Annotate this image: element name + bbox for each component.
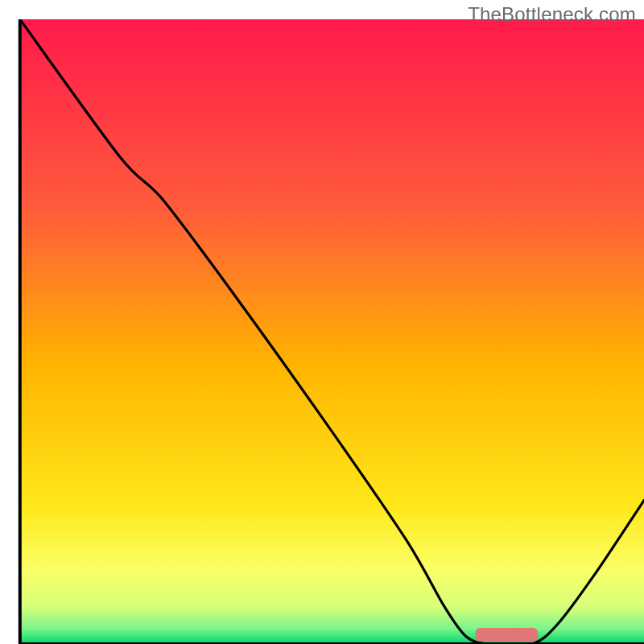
optimal-range-marker — [476, 628, 539, 642]
chart-svg — [0, 0, 644, 644]
chart-stage: TheBottleneck.com — [0, 0, 644, 644]
watermark-text: TheBottleneck.com — [468, 3, 636, 26]
chart-background — [20, 19, 644, 644]
